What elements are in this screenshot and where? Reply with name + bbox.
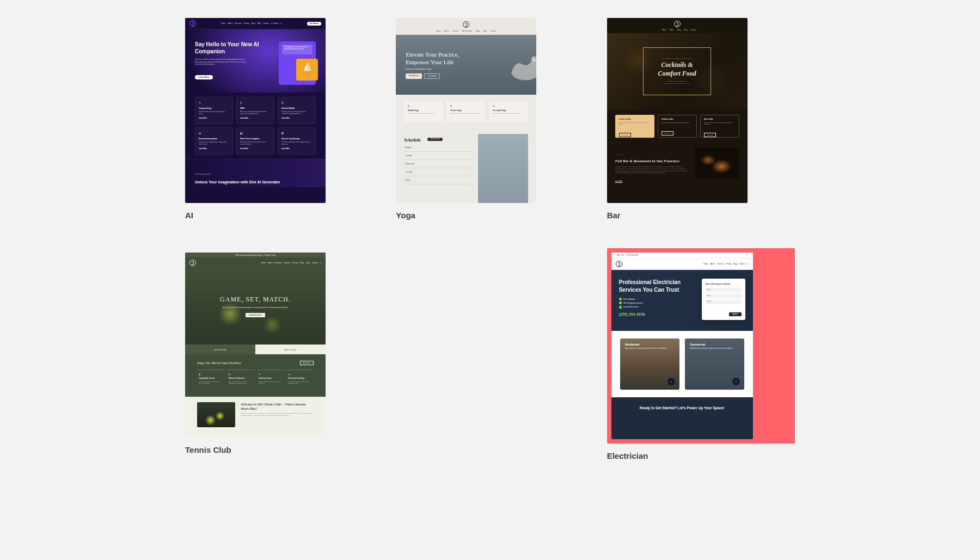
thumb-nav: HomeAboutServicesPricingBlogContact⚲ [611,259,753,270]
feature-item: ✓Licensed & Insured [619,306,696,309]
hero-button-primary: Book A Class [406,73,422,79]
facility-cell: ◆Top-Quality CourtsPlay on meticulously … [197,370,224,397]
cta-band: Ready to Get Started? Let's Power Up You… [611,397,753,439]
hero-copy: Start your content creation journey with… [195,58,247,66]
hero-title: Say Hello to Your New AI Companion [195,41,273,55]
class-card: ☯Hatha YogaAlign body and mind with foun… [404,101,443,122]
schedule-day: Friday— [404,176,474,184]
feature-tile: ◩Real-Time InsightsMake data-driven deci… [236,127,274,155]
schedule-day: Monday— [404,144,474,152]
feature-item: ✓Fast & Reliable [619,298,696,300]
schedule-image [478,134,528,203]
about: About Us Full Bar & Restaurant In San Fr… [607,143,748,186]
divi-logo-icon [189,20,196,27]
svg-point-0 [531,57,536,62]
arrow-icon: → [667,378,675,385]
feature-grid: ✎CopywritingGenerate hooks with copy to … [185,93,326,159]
feature-tile: ⚲SEORamp your search rankings with optim… [236,97,274,124]
thumbnail-ai: HomeAboutServicesPricingShopBlogContact▾… [185,18,326,203]
nav-cta-button: Get Started [307,22,321,26]
hero: Say Hello to Your New AI Companion Start… [185,29,326,93]
info-chip: Delicious BitesSavor delicious bites com… [658,115,697,138]
hero-button: Schedule A Visit [246,313,265,317]
schedule-day: Tuesday— [404,152,474,160]
check-icon: ✓ [619,298,622,300]
schedule-day: Thursday— [404,168,474,176]
chip-row: Craft CocktailsEnjoy expertly handcrafte… [607,109,748,143]
phone-number: (255) 352-6258 [619,312,696,316]
facility-cell: ✦Training CourtsPractice where our membe… [257,370,284,397]
divi-logo-icon [674,21,681,27]
template-item-electrician[interactable]: CALL 24/7 — (255) 352-6258▸ HomeAboutSer… [607,248,795,460]
virtual-tour-button: Virtual Tour [300,361,314,365]
nav-links: HomeAboutServicesPricingShopBlogContact▾… [221,22,281,24]
hero-button-secondary: Learn More [424,73,440,79]
name-field: Name [706,288,742,292]
class-card: ✺Power YogaDynamic poses to boost streng… [446,101,486,122]
email-field: Email [706,294,742,298]
band: Unlock your potential Unlock Your Imagin… [185,159,326,187]
cta-tabs: Join The Club Book A Court [185,344,326,354]
feature-tile: ⚙Smart AutomationStreamline your workflo… [195,127,233,155]
schedule: Schedule View Schedule Monday—Tuesday—We… [396,128,536,203]
divi-logo-icon [463,21,469,28]
hero-frame: Welcome & Enjoy Something Cocktails &Com… [643,47,710,95]
tab-book: Book A Court [255,344,326,354]
service-cards: ResidentialExpert solutions to keep your… [611,331,753,397]
divi-logo-icon [616,261,622,267]
card-residential: ResidentialExpert solutions to keep your… [620,339,679,390]
ice-cream-icon: 🍦 [296,59,318,81]
hero: Welcome & Enjoy Something Cocktails &Com… [607,33,748,109]
hero-card: Photography: ice cream cone with a choco… [279,41,316,85]
info-chip: Open DailySunday–Thursday 11am–12am Frid… [700,115,739,138]
tab-join: Join The Club [185,344,255,354]
caption: Yoga [396,211,584,220]
submit-button: Submit [729,312,742,316]
caption: AI [185,211,373,220]
view-schedule-chip: View Schedule [427,138,443,141]
feature-item: ✓24/7 Emergency Services [619,301,696,304]
class-card: ❁Personal YogaPersonalized sessions tail… [489,101,528,122]
thumb-nav: HomeAboutServicesPricingShopBlogContact▾… [185,18,326,29]
template-item-tennis[interactable]: 2025 Tournament Signups Are Open! — Regi… [185,253,373,460]
feature-tile: ✎CopywritingGenerate hooks with copy to … [195,97,233,124]
template-item-yoga[interactable]: HomeAboutClassesMembershipsShopBlogConta… [396,18,584,220]
phone-field: Phone [706,300,742,304]
welcome-image [197,402,235,427]
hero: Game, Set, Match. Join our community of … [185,268,326,344]
caption: Tennis Club [185,445,373,454]
quote-form: Get a Free Quote Online Name Email Phone… [702,279,745,320]
thumbnail-electrician: CALL 24/7 — (255) 352-6258▸ HomeAboutSer… [611,253,753,439]
hero: Professional Electrician Services You Ca… [611,270,753,331]
caption: Electrician [607,451,795,460]
hero-button: Learn More [195,75,213,79]
thumb-nav: HomeAboutClassesMembershipsShopBlogConta… [396,29,536,35]
template-item-bar[interactable]: ⌂AboutMenuShopBlogContact Welcome & Enjo… [607,18,795,220]
hero-title: Professional Electrician Services You Ca… [619,279,696,293]
check-icon: ✓ [619,301,622,304]
thumbnail-yoga: HomeAboutClassesMembershipsShopBlogConta… [396,18,536,203]
thumb-nav: ⌂AboutMenuShopBlogContact [607,28,748,33]
feature-tile: ⇱Social MediaEngaging posts will manage … [278,97,316,124]
announcement-bar: 2025 Tournament Signups Are Open! — Regi… [185,253,326,257]
facility-cell: ■Modern ClubhouseRelax and refuel in our… [227,370,254,397]
info-chip: Craft CocktailsEnjoy expertly handcrafte… [615,115,654,138]
template-item-ai[interactable]: HomeAboutServicesPricingShopBlogContact▾… [185,18,373,220]
welcome: Welcome to Divi Tennis Club— Where Passi… [185,397,326,438]
schedule-day: Wednesday— [404,160,474,168]
hero-features: ✓Fast & Reliable✓24/7 Emergency Services… [619,298,696,309]
facility-cell: ▲Personal CoachingPersonalized coaching … [286,370,314,397]
thumbnail-bar: ⌂AboutMenuShopBlogContact Welcome & Enjo… [607,18,748,203]
card-commercial: CommercialReliable electrical services t… [685,339,744,390]
facilities: Enjoy Our World-Class Facilities Virtual… [185,354,326,397]
hero-title: Cocktails &Comfort Food [658,61,696,78]
hero: Elevate Your Practice,Empower Your Life … [396,35,536,95]
check-icon: ✓ [619,306,622,309]
hero-title: Game, Set, Match. [220,296,291,304]
divi-logo-icon [189,260,196,266]
arrow-icon: → [732,378,740,385]
caption: Bar [607,211,795,220]
feature-tile: ⛨Secure by DesignYour data is protected … [278,127,316,155]
topbar: CALL 24/7 — (255) 352-6258▸ [611,253,753,259]
selection-highlight: CALL 24/7 — (255) 352-6258▸ HomeAboutSer… [607,248,795,444]
